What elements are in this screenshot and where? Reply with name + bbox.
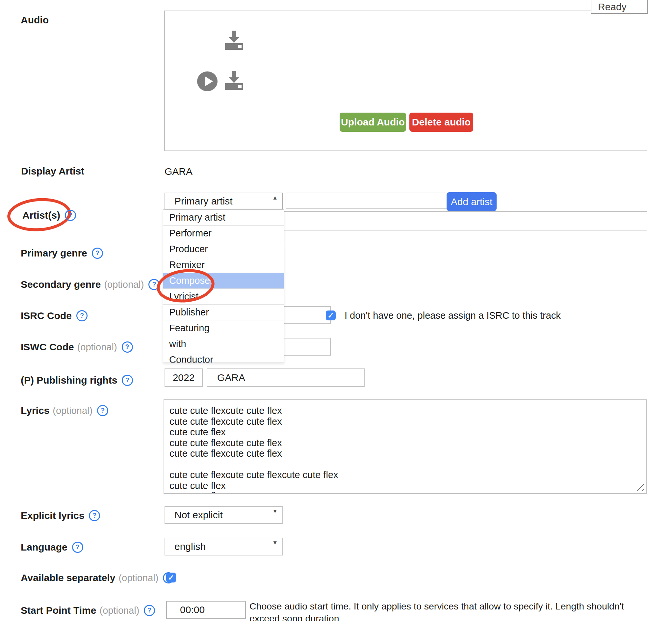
- lyrics-line: cute cute flex: [170, 481, 646, 491]
- display-artist-value: GARA: [165, 166, 192, 177]
- help-question-icon[interactable]: ?: [97, 405, 108, 416]
- download-icon[interactable]: [225, 31, 243, 50]
- start-point-time-help: Choose audio start time. It only applies…: [250, 600, 641, 621]
- role-option[interactable]: with: [163, 336, 284, 352]
- ready-status-label: Ready: [591, 0, 647, 12]
- lyrics-line: cute cute flexcute cute flex: [170, 405, 646, 416]
- lyrics-line: cute cute flexcute cute flex: [170, 438, 646, 449]
- publishing-holder-input[interactable]: GARA: [207, 368, 365, 387]
- chevron-up-icon: ▲: [272, 195, 278, 201]
- available-separately-checkbox[interactable]: ✓: [166, 573, 176, 582]
- ready-status-tab: Ready: [591, 0, 648, 14]
- track-edit-form: { "status": { "ready_label": "Ready" }, …: [0, 0, 672, 621]
- download-icon[interactable]: [225, 71, 243, 90]
- artist-role-select-value: Primary artist: [165, 193, 282, 209]
- artists-label: Artist(s) ?: [23, 210, 76, 221]
- role-option[interactable]: Remixer: [163, 257, 284, 273]
- lyrics-line: cute cute flex: [170, 427, 646, 438]
- help-question-icon[interactable]: ?: [148, 279, 160, 290]
- play-icon[interactable]: [197, 72, 218, 91]
- lyrics-textarea[interactable]: cute cute flexcute cute flexcute cute fl…: [164, 400, 647, 494]
- help-question-icon[interactable]: ?: [122, 375, 133, 386]
- help-question-icon[interactable]: ?: [76, 310, 88, 321]
- chevron-down-icon: ▼: [272, 508, 278, 515]
- help-question-icon[interactable]: ?: [72, 542, 83, 553]
- help-question-icon[interactable]: ?: [65, 210, 76, 221]
- artist-role-select[interactable]: Primary artist ▲: [165, 193, 283, 210]
- isrc-code-label: ISRC Code ?: [21, 310, 88, 321]
- lyrics-line: cute cute flex: [170, 491, 646, 494]
- help-question-icon[interactable]: ?: [89, 510, 100, 521]
- role-option[interactable]: Producer: [163, 241, 284, 257]
- add-artist-button[interactable]: Add artist: [447, 192, 497, 211]
- publishing-year-input[interactable]: 2022: [165, 368, 203, 387]
- role-option[interactable]: Publisher: [163, 304, 284, 320]
- chevron-down-icon: ▼: [272, 540, 278, 546]
- help-question-icon[interactable]: ?: [92, 248, 103, 259]
- publishing-rights-label: (P) Publishing rights ?: [21, 375, 133, 386]
- role-option[interactable]: Conductor: [163, 352, 284, 363]
- artist-role-dropdown: Primary artistPerformerProducerRemixerCo…: [163, 209, 284, 363]
- lyrics-line: cute cute flexcute cute flexcute cute fl…: [170, 469, 646, 481]
- help-question-icon[interactable]: ?: [122, 341, 133, 353]
- language-value: english: [165, 538, 282, 555]
- lyrics-line: [170, 459, 646, 470]
- explicit-lyrics-label: Explicit lyrics ?: [21, 510, 100, 521]
- secondary-genre-label: Secondary genre (optional) ?: [21, 279, 160, 290]
- start-point-time-input[interactable]: 00:00: [166, 601, 246, 619]
- language-select[interactable]: english ▼: [165, 538, 283, 555]
- explicit-lyrics-value: Not explicit: [165, 507, 282, 523]
- lyrics-line: cute cute flexcute cute flex: [170, 448, 646, 459]
- isrc-assign-checkbox-label: I don't have one, please assign a ISRC t…: [345, 310, 561, 321]
- iswc-code-label: ISWC Code (optional) ?: [21, 341, 133, 353]
- role-option[interactable]: Lyricist: [163, 289, 284, 304]
- help-question-icon[interactable]: ?: [144, 605, 155, 616]
- lyrics-label: Lyrics (optional) ?: [21, 405, 108, 416]
- language-label: Language ?: [21, 542, 83, 553]
- artist-name-input[interactable]: [286, 193, 449, 209]
- start-point-time-label: Start Point Time (optional) ?: [21, 605, 155, 616]
- role-option[interactable]: Composer: [163, 273, 284, 289]
- role-option[interactable]: Performer: [163, 225, 284, 241]
- role-option[interactable]: Primary artist: [163, 210, 284, 225]
- primary-genre-label: Primary genre ?: [21, 248, 103, 259]
- display-artist-label: Display Artist: [21, 166, 84, 177]
- explicit-lyrics-select[interactable]: Not explicit ▼: [165, 506, 283, 524]
- audio-section-label: Audio: [21, 14, 49, 26]
- available-separately-label: Available separately (optional) ?: [21, 572, 174, 583]
- delete-audio-button[interactable]: Delete audio: [409, 113, 473, 132]
- role-option[interactable]: Featuring: [163, 320, 284, 336]
- lyrics-line: cute cute flexcute cute flex: [170, 416, 646, 427]
- upload-audio-button[interactable]: Upload Audio: [340, 113, 406, 132]
- isrc-assign-checkbox[interactable]: ✓: [326, 310, 336, 320]
